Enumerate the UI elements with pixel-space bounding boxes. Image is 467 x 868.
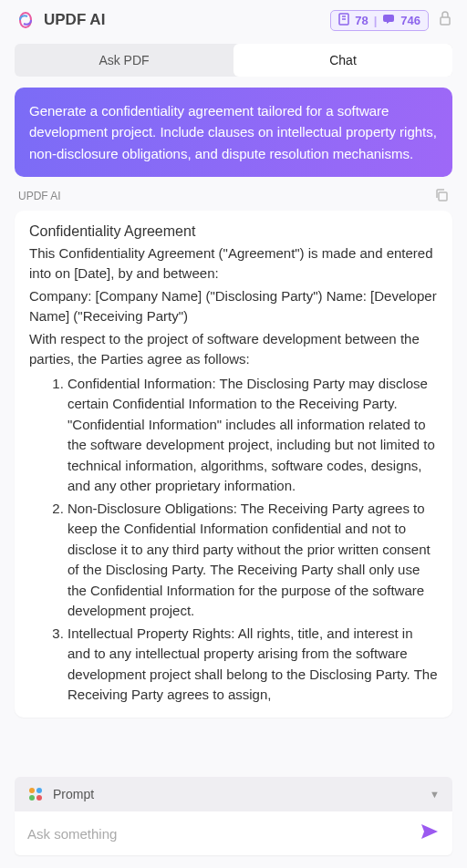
list-item: Non-Disclosure Obligations: The Receivin… — [67, 499, 438, 622]
svg-rect-3 — [383, 15, 394, 22]
user-message: Generate a confidentiality agreement tai… — [15, 88, 452, 177]
prompt-left: Prompt — [27, 786, 94, 802]
badge-count-2: 746 — [400, 14, 420, 27]
svg-point-9 — [36, 795, 42, 801]
tab-chat[interactable]: Chat — [234, 44, 452, 77]
header-right: 78 | 746 — [330, 10, 452, 31]
header-left: UPDF AI — [15, 9, 105, 31]
ai-label: UPDF AI — [18, 190, 61, 202]
response-p3: With respect to the project of software … — [29, 329, 438, 370]
badge-count-1: 78 — [355, 14, 368, 27]
prompt-selector[interactable]: Prompt ▼ — [15, 777, 452, 811]
send-button[interactable] — [420, 822, 440, 844]
credits-badge[interactable]: 78 | 746 — [330, 10, 429, 31]
svg-point-7 — [36, 788, 42, 793]
list-item: Confidential Information: The Disclosing… — [67, 374, 438, 497]
bottom-panel: Prompt ▼ — [0, 768, 467, 868]
response-title: Confidentiality Agreement — [29, 223, 438, 240]
svg-point-6 — [29, 788, 35, 793]
svg-point-8 — [29, 795, 35, 801]
chevron-down-icon: ▼ — [430, 789, 440, 800]
prompt-label: Prompt — [53, 787, 94, 801]
copy-icon[interactable] — [434, 188, 449, 205]
badge-separator: | — [374, 14, 378, 27]
svg-rect-4 — [441, 17, 450, 25]
response-list: Confidential Information: The Disclosing… — [29, 374, 438, 706]
ai-response: Confidentiality Agreement This Confident… — [15, 211, 452, 718]
chat-icon — [382, 14, 395, 27]
svg-rect-5 — [439, 192, 447, 201]
list-item: Intellectual Property Rights: All rights… — [67, 624, 438, 706]
lock-icon[interactable] — [438, 10, 452, 30]
message-input[interactable] — [27, 826, 420, 842]
app-title: UPDF AI — [44, 11, 105, 29]
logo-icon — [15, 9, 36, 31]
response-p2: Company: [Company Name] ("Disclosing Par… — [29, 286, 438, 327]
tabs: Ask PDF Chat — [15, 44, 452, 77]
ai-label-row: UPDF AI — [0, 188, 467, 211]
header: UPDF AI 78 | 746 — [0, 0, 467, 40]
doc-icon — [338, 13, 349, 28]
response-p1: This Confidentiality Agreement ("Agreeme… — [29, 243, 438, 284]
input-row — [15, 811, 452, 855]
apps-icon — [27, 786, 44, 802]
tab-ask-pdf[interactable]: Ask PDF — [15, 44, 234, 77]
